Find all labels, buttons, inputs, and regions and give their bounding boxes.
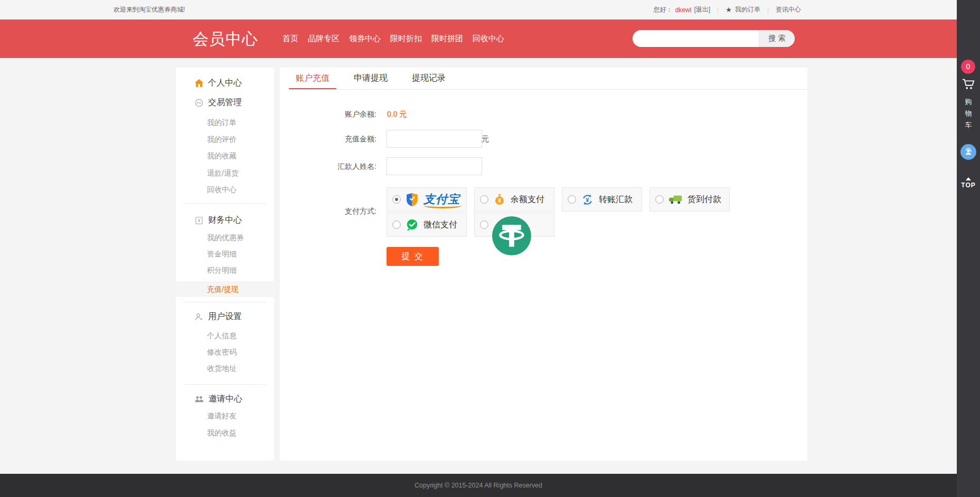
search-button[interactable]: 搜 索 — [759, 30, 795, 47]
sidebar-item-my-earnings[interactable]: 我的收益 — [207, 428, 237, 438]
cart-count-badge: 0 — [961, 60, 975, 74]
username-link[interactable]: dkewl — [675, 6, 692, 14]
sidebar-item-my-reviews[interactable]: 我的评价 — [207, 135, 237, 145]
top-label: TOP — [957, 181, 980, 189]
sidebar-item-fund-details[interactable]: 资金明细 — [207, 250, 237, 259]
sidebar-item-user-settings[interactable]: 用户设置 — [194, 311, 242, 322]
sidebar-item-personal-info[interactable]: 个人信息 — [207, 331, 237, 341]
welcome-text: 欢迎来到淘宝优惠券商城! — [114, 0, 185, 20]
nav-flash-discount[interactable]: 限时折扣 — [390, 34, 422, 44]
sidebar-item-finance-center[interactable]: ¥ 财务中心 — [194, 215, 242, 226]
cod-radio[interactable] — [655, 195, 664, 204]
sidebar-title-label: 个人中心 — [208, 78, 242, 89]
sidebar-item-my-orders[interactable]: 我的订单 — [207, 118, 237, 128]
page-footer: Copyright © 2015-2024 All Rights Reserve… — [0, 474, 957, 497]
submit-button[interactable]: 提 交 — [387, 247, 439, 266]
sidebar-item-trade-management[interactable]: 交易管理 — [194, 97, 242, 108]
alipay-radio[interactable] — [392, 195, 401, 204]
payment-label: 转账汇款 — [599, 194, 633, 205]
sidebar-title-label: 交易管理 — [208, 97, 242, 108]
sidebar-title-label: 邀请中心 — [209, 394, 242, 405]
tab-account-recharge[interactable]: 账户充值 — [289, 68, 336, 89]
recharge-panel: 账户充值 申请提现 提现记录 账户余额: 0.0 元 充值金额: 元 汇款人姓名… — [280, 68, 807, 461]
cart-label-char: 购 — [957, 97, 980, 107]
divider — [184, 302, 266, 302]
payer-name-input[interactable] — [387, 157, 482, 175]
svg-text:¥: ¥ — [586, 196, 589, 203]
sidebar-item-invite-center[interactable]: 邀请中心 — [194, 394, 242, 405]
sidebar-item-my-favorites[interactable]: 我的收藏 — [207, 151, 237, 161]
user-settings-icon — [194, 312, 204, 322]
sidebar-item-recharge-withdraw-active[interactable]: 充值/提现 — [176, 281, 274, 297]
tabs: 账户充值 申请提现 提现记录 — [289, 68, 807, 90]
nav-group-buy[interactable]: 限时拼团 — [431, 34, 463, 44]
amount-input[interactable] — [387, 130, 482, 148]
payment-option-wechat[interactable]: 微信支付 — [387, 213, 467, 237]
sidebar-item-change-password[interactable]: 修改密码 — [207, 348, 237, 357]
sidebar-item-points-details[interactable]: 积分明细 — [207, 266, 237, 275]
home-icon — [194, 79, 204, 88]
divider: | — [717, 6, 719, 14]
topbar-links: 您好： dkewl [退出] | ★ 我的订单 | 资讯中心 — [654, 0, 801, 20]
transfer-arrows-icon: ¥ — [581, 193, 594, 206]
balance-value: 0.0 元 — [387, 109, 407, 119]
nav-recycle-center[interactable]: 回收中心 — [473, 34, 504, 44]
back-to-top-button[interactable]: TOP — [957, 177, 980, 189]
transfer-radio[interactable] — [568, 195, 576, 204]
star-icon: ★ — [725, 6, 732, 14]
wechat-icon — [406, 218, 419, 232]
usdt-radio[interactable] — [480, 221, 488, 229]
site-logo[interactable]: 会员中心 — [193, 20, 258, 58]
finance-icon: ¥ — [194, 216, 204, 225]
payer-name-label: 汇款人姓名: — [290, 161, 376, 171]
cart-icon[interactable] — [962, 77, 975, 93]
news-center-link[interactable]: 资讯中心 — [776, 5, 801, 14]
nav-coupon-center[interactable]: 领券中心 — [349, 34, 381, 44]
active-item-label: 充值/提现 — [207, 281, 274, 297]
svg-text:¥: ¥ — [198, 218, 201, 223]
payment-option-alipay[interactable]: 支付宝 — [387, 187, 467, 212]
sidebar-title-label: 财务中心 — [208, 215, 242, 226]
amount-unit: 元 — [482, 133, 489, 144]
tab-withdrawal-records[interactable]: 提现记录 — [405, 68, 453, 89]
balance-radio[interactable] — [480, 195, 488, 204]
divider — [184, 203, 266, 204]
nav-home[interactable]: 首页 — [282, 34, 298, 44]
top-arrow-icon — [966, 177, 971, 180]
main-header: 会员中心 首页 品牌专区 领券中心 限时折扣 限时拼团 回收中心 搜 索 — [0, 20, 957, 58]
divider — [184, 384, 266, 385]
alipay-shield-icon — [406, 193, 419, 207]
cart-label-char: 车 — [957, 120, 980, 130]
member-sidebar: 个人中心 交易管理 我的订单 我的评价 我的收藏 退款/退货 回收中心 ¥ 财务… — [176, 68, 274, 461]
top-bar: 欢迎来到淘宝优惠券商城! 您好： dkewl [退出] | ★ 我的订单 | 资… — [0, 0, 957, 20]
delivery-truck-icon — [668, 194, 683, 205]
money-bag-icon: ¥ — [493, 193, 506, 206]
search-input[interactable] — [633, 30, 759, 47]
page: 欢迎来到淘宝优惠券商城! 您好： dkewl [退出] | ★ 我的订单 | 资… — [0, 0, 980, 497]
nav-brand-zone[interactable]: 品牌专区 — [308, 34, 340, 44]
sidebar-item-my-coupons[interactable]: 我的优惠券 — [207, 233, 244, 243]
wechat-radio[interactable] — [392, 221, 401, 229]
sidebar-item-recycle-center[interactable]: 回收中心 — [207, 185, 237, 195]
logout-link[interactable]: [退出] — [694, 5, 710, 14]
utility-rail: 0 购 物 车 TOP — [957, 0, 980, 497]
tab-request-withdrawal[interactable]: 申请提现 — [347, 68, 394, 89]
tether-usdt-icon[interactable] — [492, 216, 531, 255]
sidebar-item-personal-center[interactable]: 个人中心 — [194, 78, 242, 89]
payment-method-label: 支付方式: — [290, 206, 376, 216]
my-orders-link[interactable]: 我的订单 — [735, 5, 760, 14]
sidebar-item-invite-friends[interactable]: 邀请好友 — [207, 412, 237, 421]
sidebar-item-shipping-address[interactable]: 收货地址 — [207, 364, 237, 374]
sidebar-item-refunds[interactable]: 退款/退货 — [207, 169, 239, 178]
payment-option-balance[interactable]: ¥ 余额支付 — [474, 187, 554, 212]
customer-service-icon[interactable] — [960, 144, 976, 160]
search-box: 搜 索 — [633, 30, 795, 47]
amount-label: 充值金额: — [290, 133, 376, 144]
cart-label-char: 物 — [957, 109, 980, 118]
payment-option-cash-on-delivery[interactable]: 货到付款 — [649, 187, 730, 212]
exchange-icon — [194, 98, 204, 108]
payment-option-bank-transfer[interactable]: ¥ 转账汇款 — [562, 187, 642, 212]
main-nav: 首页 品牌专区 领券中心 限时折扣 限时拼团 回收中心 — [282, 20, 504, 58]
alipay-swoosh — [423, 203, 462, 208]
copyright-text: Copyright © 2015-2024 All Rights Reserve… — [0, 474, 957, 497]
